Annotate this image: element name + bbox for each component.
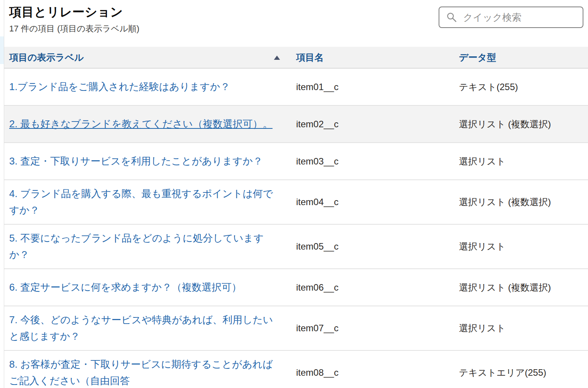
field-api-name: item01__c	[292, 82, 452, 92]
field-label-cell: 2. 最も好きなブランドを教えてください（複数選択可）。	[4, 116, 292, 132]
field-label-link[interactable]: 6. 査定サービスに何を求めますか？（複数選択可）	[9, 281, 241, 293]
sort-ascending-icon	[274, 56, 280, 60]
field-label-link[interactable]: 2. 最も好きなブランドを教えてください（複数選択可）。	[9, 118, 272, 130]
table-row: 3. 査定・下取りサービスを利用したことがありますか？item03__c選択リス…	[4, 143, 588, 180]
field-label-cell: 6. 査定サービスに何を求めますか？（複数選択可）	[4, 279, 292, 296]
left-edge-highlight	[0, 36, 4, 64]
field-label-cell: 8. お客様が査定・下取りサービスに期待することがあればご記入ください（自由回答	[4, 356, 292, 388]
field-label-link[interactable]: 4. ブランド品を購入する際、最も重視するポイントは何ですか？	[9, 188, 273, 216]
column-header-field-name-text: 項目名	[296, 52, 324, 62]
field-data-type: 選択リスト (複数選択)	[452, 281, 588, 294]
field-data-type: テキスト(255)	[452, 81, 588, 93]
table-row: 2. 最も好きなブランドを教えてください（複数選択可）。item02__c選択リ…	[4, 106, 588, 143]
field-label-link[interactable]: 5. 不要になったブランド品をどのように処分していますか？	[9, 232, 264, 260]
field-label-cell: 4. ブランド品を購入する際、最も重視するポイントは何ですか？	[4, 186, 292, 219]
field-api-name: item06__c	[292, 282, 452, 293]
fields-table-body: 1.ブランド品をご購入された経験はありますか？item01__cテキスト(255…	[4, 69, 588, 388]
table-row: 5. 不要になったブランド品をどのように処分していますか？item05__c選択…	[4, 225, 588, 269]
field-label-cell: 7. 今後、どのようなサービスや特典があれば、利用したいと感じますか？	[4, 312, 292, 345]
column-header-data-type[interactable]: データ型	[452, 51, 588, 64]
table-row: 6. 査定サービスに何を求めますか？（複数選択可）item06__c選択リスト …	[4, 269, 588, 306]
table-row: 4. ブランド品を購入する際、最も重視するポイントは何ですか？item04__c…	[4, 180, 588, 225]
field-api-name: item07__c	[292, 323, 452, 334]
page-title: 項目とリレーション	[9, 4, 123, 21]
field-label-cell: 1.ブランド品をご購入された経験はありますか？	[4, 79, 292, 95]
field-label-cell: 5. 不要になったブランド品をどのように処分していますか？	[4, 230, 292, 263]
item-count-subtitle: 17 件の項目 (項目の表示ラベル順)	[9, 23, 139, 35]
column-header-field-label-text: 項目の表示ラベル	[9, 52, 84, 62]
field-api-name: item08__c	[292, 367, 452, 378]
field-data-type: テキストエリア(255)	[452, 367, 588, 379]
quick-find-search	[439, 7, 583, 28]
column-header-field-name[interactable]: 項目名	[292, 51, 452, 64]
field-api-name: item02__c	[292, 119, 452, 130]
field-data-type: 選択リスト	[452, 322, 588, 334]
field-label-link[interactable]: 7. 今後、どのようなサービスや特典があれば、利用したいと感じますか？	[9, 314, 273, 342]
column-header-field-label[interactable]: 項目の表示ラベル	[4, 51, 292, 64]
field-label-link[interactable]: 8. お客様が査定・下取りサービスに期待することがあればご記入ください（自由回答	[9, 358, 273, 386]
table-row: 8. お客様が査定・下取りサービスに期待することがあればご記入ください（自由回答…	[4, 351, 588, 388]
fields-table: 項目の表示ラベル 項目名 データ型 1.ブランド品をご購入された経験はありますか…	[4, 47, 588, 388]
field-api-name: item05__c	[292, 241, 452, 252]
field-data-type: 選択リスト (複数選択)	[452, 196, 588, 208]
field-label-cell: 3. 査定・下取りサービスを利用したことがありますか？	[4, 153, 292, 169]
field-api-name: item03__c	[292, 156, 452, 167]
field-api-name: item04__c	[292, 197, 452, 207]
column-header-data-type-text: データ型	[459, 52, 496, 62]
field-data-type: 選択リスト	[452, 155, 588, 168]
search-input[interactable]	[439, 7, 583, 28]
field-data-type: 選択リスト	[452, 240, 588, 253]
table-row: 1.ブランド品をご購入された経験はありますか？item01__cテキスト(255…	[4, 69, 588, 106]
field-data-type: 選択リスト (複数選択)	[452, 118, 588, 130]
field-label-link[interactable]: 3. 査定・下取りサービスを利用したことがありますか？	[9, 155, 263, 167]
field-label-link[interactable]: 1.ブランド品をご購入された経験はありますか？	[9, 81, 230, 92]
table-row: 7. 今後、どのようなサービスや特典があれば、利用したいと感じますか？item0…	[4, 306, 588, 351]
table-header-row: 項目の表示ラベル 項目名 データ型	[4, 47, 588, 69]
